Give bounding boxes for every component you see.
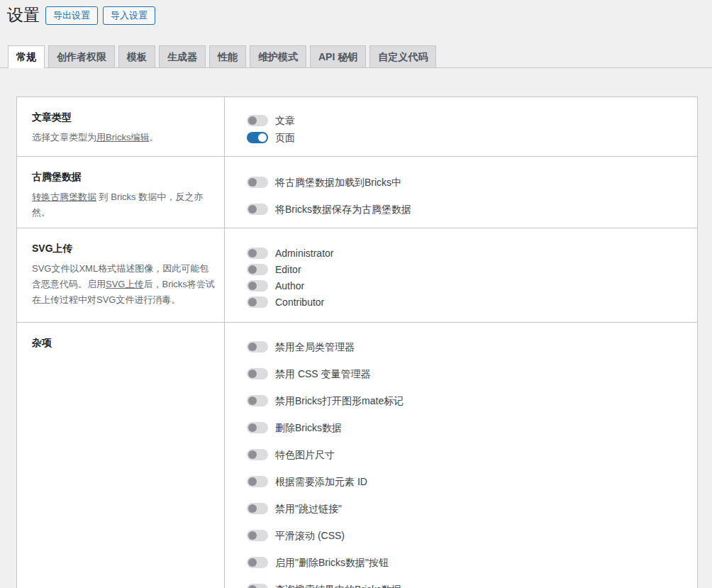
setting-toggle: 根据需要添加元素 ID — [247, 476, 697, 487]
setting-description: SVG文件以XML格式描述图像，因此可能包含恶意代码。启用SVG上传后，Bric… — [32, 261, 215, 308]
setting-controls: AdministratorEditorAuthorContributor — [225, 228, 697, 322]
setting-row-gutenberg-data: 古腾堡数据转换古腾堡数据 到 Bricks 数据中，反之亦然。将古腾堡数据加载到… — [17, 157, 697, 228]
setting-controls: 禁用全局类管理器禁用 CSS 变量管理器禁用Bricks打开图形mate标记删除… — [225, 323, 697, 588]
toggle-label[interactable]: 禁用全局类管理器 — [275, 341, 355, 353]
page-title: 设置 — [7, 5, 40, 26]
setting-toggle: 文章 — [247, 115, 697, 126]
toggle-switch[interactable] — [247, 449, 268, 460]
toggle-switch[interactable] — [247, 503, 268, 514]
setting-heading: 文章类型 — [32, 111, 215, 123]
setting-heading: 古腾堡数据 — [32, 171, 215, 183]
setting-heading: 杂项 — [32, 337, 215, 349]
toggle-label[interactable]: 启用"删除Bricks数据"按钮 — [275, 557, 389, 568]
setting-row-misc: 杂项禁用全局类管理器禁用 CSS 变量管理器禁用Bricks打开图形mate标记… — [17, 323, 697, 588]
toggle-label[interactable]: 删除Bricks数据 — [275, 422, 342, 433]
toggle-switch[interactable] — [247, 248, 268, 259]
toggle-switch[interactable] — [247, 395, 268, 406]
toggle-switch[interactable] — [247, 584, 268, 588]
setting-toggle: Editor — [247, 264, 697, 275]
toggle-label[interactable]: 禁用Bricks打开图形mate标记 — [275, 395, 404, 406]
toggle-switch[interactable] — [247, 530, 268, 541]
toggle-switch[interactable] — [247, 422, 268, 433]
description-link[interactable]: SVG上传 — [106, 279, 143, 289]
toggle-switch[interactable] — [247, 204, 268, 215]
setting-heading: SVG上传 — [32, 243, 215, 255]
tab-maintenance-mode[interactable]: 维护模式 — [250, 45, 306, 67]
setting-info: 杂项 — [17, 323, 225, 588]
toggle-label[interactable]: 将Bricks数据保存为古腾堡数据 — [275, 204, 411, 215]
description-text: 。 — [149, 132, 158, 143]
setting-description: 选择文章类型为用Bricks编辑。 — [32, 130, 215, 145]
setting-row-svg-uploads: SVG上传SVG文件以XML格式描述图像，因此可能包含恶意代码。启用SVG上传后… — [17, 228, 697, 323]
tab-templates[interactable]: 模板 — [118, 45, 155, 67]
setting-toggle: 将Bricks数据保存为古腾堡数据 — [247, 204, 697, 215]
toggle-label[interactable]: Contributor — [275, 296, 324, 308]
toggle-switch[interactable] — [247, 115, 268, 126]
description-link[interactable]: 转换古腾堡数据 — [32, 192, 96, 202]
toggle-label[interactable]: 平滑滚动 (CSS) — [275, 530, 345, 541]
setting-toggle: 禁用"跳过链接" — [247, 503, 697, 514]
toggle-label[interactable]: 根据需要添加元素 ID — [275, 476, 367, 487]
toggle-label[interactable]: 将古腾堡数据加载到Bricks中 — [275, 177, 401, 188]
toggle-label[interactable]: 文章 — [275, 115, 295, 126]
page-header: 设置 导出设置 导入设置 — [0, 0, 712, 26]
setting-info: 古腾堡数据转换古腾堡数据 到 Bricks 数据中，反之亦然。 — [17, 157, 225, 228]
toggle-label[interactable]: Administrator — [275, 248, 333, 259]
toggle-switch[interactable] — [247, 177, 268, 188]
import-settings-button[interactable]: 导入设置 — [103, 6, 155, 25]
settings-table: 文章类型选择文章类型为用Bricks编辑。文章页面古腾堡数据转换古腾堡数据 到 … — [16, 96, 698, 588]
tab-builder[interactable]: 生成器 — [159, 45, 206, 67]
setting-toggle: 禁用全局类管理器 — [247, 341, 697, 353]
tab-performance[interactable]: 性能 — [209, 45, 246, 67]
setting-toggle: 页面 — [247, 132, 697, 143]
tab-builder-access[interactable]: 创作者权限 — [48, 45, 115, 67]
description-link[interactable]: 用Bricks编辑 — [96, 132, 149, 143]
toggle-switch[interactable] — [247, 557, 268, 568]
toggle-switch[interactable] — [247, 280, 268, 292]
toggle-label[interactable]: 禁用"跳过链接" — [275, 503, 342, 514]
toggle-switch[interactable] — [247, 296, 268, 308]
setting-toggle: 查询搜索结果中的Bricks数据 — [247, 584, 697, 588]
setting-description: 转换古腾堡数据 到 Bricks 数据中，反之亦然。 — [32, 189, 215, 221]
settings-tabs: 常规创作者权限模板生成器性能维护模式API 秘钥自定义代码 — [0, 45, 712, 68]
tab-custom-code[interactable]: 自定义代码 — [369, 45, 436, 67]
toggle-label[interactable]: 页面 — [275, 132, 295, 143]
setting-toggle: 启用"删除Bricks数据"按钮 — [247, 557, 697, 568]
toggle-switch[interactable] — [247, 264, 268, 275]
tab-api-keys[interactable]: API 秘钥 — [310, 45, 366, 67]
setting-toggle: 禁用 CSS 变量管理器 — [247, 368, 697, 379]
setting-toggle: 将古腾堡数据加载到Bricks中 — [247, 177, 697, 188]
setting-toggle: Administrator — [247, 248, 697, 259]
setting-controls: 将古腾堡数据加载到Bricks中将Bricks数据保存为古腾堡数据 — [225, 157, 697, 228]
toggle-switch[interactable] — [247, 132, 268, 143]
toggle-switch[interactable] — [247, 341, 268, 353]
setting-toggle: Contributor — [247, 296, 697, 308]
toggle-label[interactable]: Author — [275, 280, 304, 292]
toggle-label[interactable]: 查询搜索结果中的Bricks数据 — [275, 584, 401, 588]
setting-toggle: 禁用Bricks打开图形mate标记 — [247, 395, 697, 406]
toggle-switch[interactable] — [247, 368, 268, 379]
setting-row-post-types: 文章类型选择文章类型为用Bricks编辑。文章页面 — [17, 97, 697, 157]
setting-toggle: Author — [247, 280, 697, 292]
export-settings-button[interactable]: 导出设置 — [45, 6, 98, 25]
setting-info: SVG上传SVG文件以XML格式描述图像，因此可能包含恶意代码。启用SVG上传后… — [17, 228, 225, 322]
setting-toggle: 删除Bricks数据 — [247, 422, 697, 433]
toggle-label[interactable]: 特色图片尺寸 — [275, 449, 335, 460]
tab-general[interactable]: 常规 — [8, 45, 45, 68]
setting-toggle: 平滑滚动 (CSS) — [247, 530, 697, 541]
toggle-label[interactable]: 禁用 CSS 变量管理器 — [275, 368, 371, 379]
setting-toggle: 特色图片尺寸 — [247, 449, 697, 460]
description-text: 选择文章类型为 — [32, 132, 96, 143]
toggle-switch[interactable] — [247, 476, 268, 487]
setting-info: 文章类型选择文章类型为用Bricks编辑。 — [17, 97, 225, 156]
toggle-label[interactable]: Editor — [275, 264, 301, 275]
setting-controls: 文章页面 — [225, 97, 697, 156]
